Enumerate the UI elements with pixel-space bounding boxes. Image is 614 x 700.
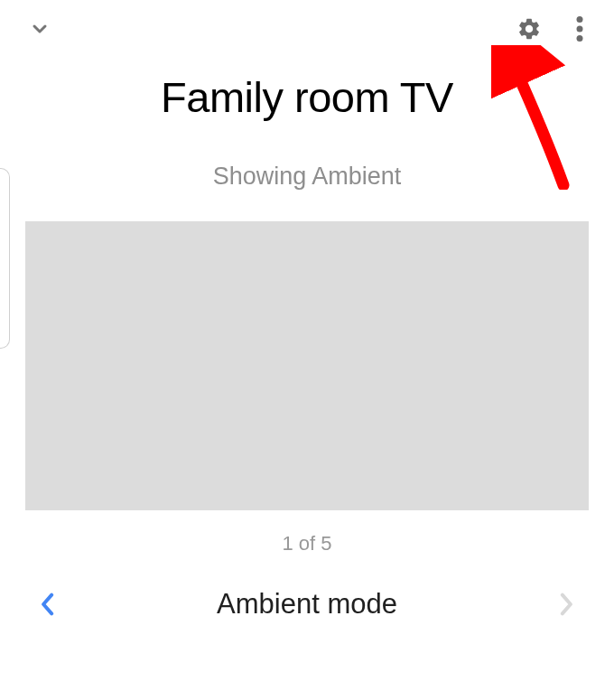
header-actions (516, 16, 592, 42)
overflow-menu-icon[interactable] (567, 16, 592, 42)
mode-label: Ambient mode (58, 588, 556, 621)
svg-point-2 (577, 35, 583, 42)
mode-row: Ambient mode (0, 588, 614, 621)
gear-icon[interactable] (516, 16, 542, 42)
header-bar (0, 0, 614, 51)
svg-point-0 (577, 16, 583, 23)
page-title: Family room TV (0, 72, 614, 122)
page-indicator: 1 of 5 (0, 532, 614, 555)
next-arrow-icon[interactable] (556, 593, 578, 615)
status-subtitle: Showing Ambient (0, 163, 614, 191)
preview-image (25, 221, 589, 510)
side-tab-handle[interactable] (0, 168, 10, 349)
prev-arrow-icon[interactable] (36, 593, 58, 615)
chevron-down-icon[interactable] (27, 16, 52, 42)
svg-point-1 (577, 26, 583, 33)
